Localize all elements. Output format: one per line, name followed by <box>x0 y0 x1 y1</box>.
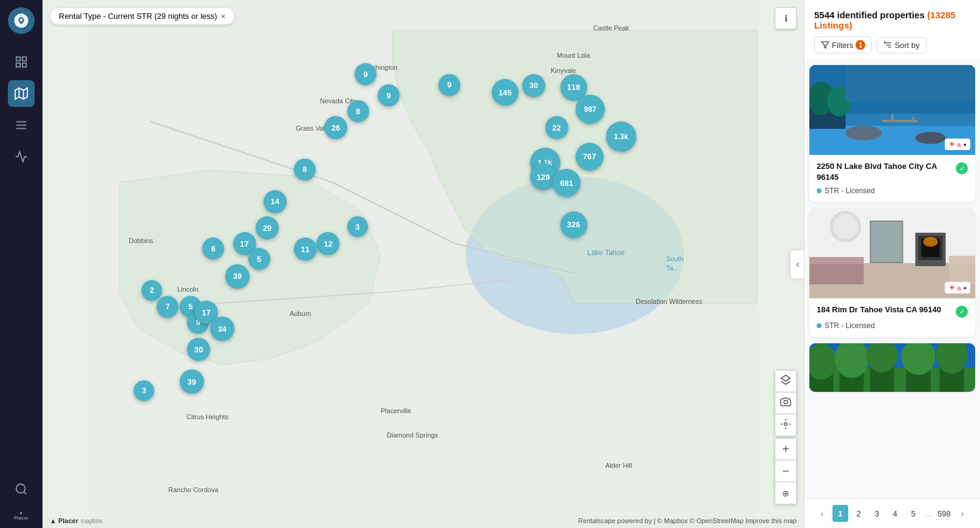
page-last-button[interactable]: 598 <box>936 505 952 522</box>
cluster-marker[interactable]: 8 <box>347 100 369 122</box>
cluster-marker[interactable]: 145 <box>492 79 519 106</box>
property-card-3[interactable] <box>809 343 975 392</box>
sidebar-item-map[interactable] <box>8 80 35 107</box>
sidebar-item-search[interactable] <box>8 476 35 502</box>
property-info-1: 2250 N Lake Blvd Tahoe City CA 96145 ✓ S… <box>809 155 975 202</box>
cluster-marker[interactable]: 2 <box>141 280 162 301</box>
camera-button[interactable] <box>775 392 797 414</box>
cluster-marker[interactable]: 22 <box>545 116 568 139</box>
property-image-3 <box>809 343 975 392</box>
cluster-marker[interactable]: 767 <box>576 143 604 171</box>
property-address-row-1: 2250 N Lake Blvd Tahoe City CA 96145 ✓ <box>817 161 968 183</box>
cluster-marker[interactable]: 681 <box>553 169 580 197</box>
airbnb-badge-1: ✦ a ● <box>945 139 970 150</box>
cluster-marker[interactable]: 30 <box>522 74 545 97</box>
cluster-marker[interactable]: 39 <box>225 264 250 289</box>
layers-icon <box>780 374 791 388</box>
zoom-in-button[interactable]: + <box>775 438 797 460</box>
page-4-button[interactable]: 4 <box>887 505 903 522</box>
map-info-button[interactable]: ℹ <box>775 7 797 29</box>
svg-text:Rancho Cordova: Rancho Cordova <box>168 486 219 493</box>
page-5-button[interactable]: 5 <box>905 505 921 522</box>
svg-point-65 <box>924 237 938 247</box>
page-1-button[interactable]: 1 <box>832 505 848 522</box>
cluster-marker[interactable]: 3 <box>347 216 368 237</box>
cluster-marker[interactable]: 1.3k <box>606 122 636 152</box>
cluster-marker[interactable]: 9 <box>378 84 400 106</box>
cluster-marker[interactable]: 14 <box>264 190 287 213</box>
svg-text:Diamond Springs: Diamond Springs <box>387 431 438 439</box>
chevron-left-icon: ‹ <box>796 259 799 270</box>
logo-button[interactable] <box>8 7 35 34</box>
svg-text:Mount Lola: Mount Lola <box>557 52 590 59</box>
svg-line-13 <box>24 492 26 494</box>
location-button[interactable] <box>775 414 797 436</box>
panel-title: 5544 identified properties (13285 Listin… <box>814 10 970 30</box>
cluster-marker[interactable]: 3 <box>134 380 154 401</box>
property-address-2: 184 Rim Dr Tahoe Vista CA 96140 <box>817 304 952 315</box>
chevron-right-icon: › <box>961 509 964 518</box>
filter-chip[interactable]: Rental Type - Current STR (29 nights or … <box>50 7 235 25</box>
cluster-marker[interactable]: 8 <box>294 159 316 180</box>
svg-rect-4 <box>16 63 20 67</box>
svg-rect-50 <box>891 114 894 122</box>
svg-text:Lincoln: Lincoln <box>177 286 199 293</box>
compass-button[interactable]: ⊕ <box>775 482 797 504</box>
svg-text:Ta...: Ta... <box>666 264 679 272</box>
cluster-marker[interactable]: 326 <box>560 211 587 238</box>
map-terrain: Nevada City Grass Valley Castle Peak Mou… <box>43 0 804 528</box>
property-address-1: 2250 N Lake Blvd Tahoe City CA 96145 <box>817 161 952 183</box>
placer-brand: ▲ Placer <box>14 510 29 521</box>
cluster-marker[interactable]: 9 <box>438 74 460 96</box>
property-card-2[interactable]: ✦ a ● 184 Rim Dr Tahoe Vista CA 96140 ✓ … <box>809 208 975 337</box>
svg-marker-37 <box>822 42 829 49</box>
cluster-marker[interactable]: 5 <box>248 248 270 270</box>
sidebar-item-list[interactable] <box>8 112 35 139</box>
svg-point-61 <box>834 214 858 239</box>
panel-collapse-button[interactable]: ‹ <box>790 250 804 279</box>
page-3-button[interactable]: 3 <box>869 505 885 522</box>
svg-text:Alder Hill: Alder Hill <box>605 462 632 469</box>
filter-icon <box>821 41 829 49</box>
search-icon <box>15 482 28 496</box>
page-next-button[interactable]: › <box>954 505 970 522</box>
panel-toolbar: Filters 1 Sort by <box>814 36 970 53</box>
svg-text:Lake Tahoe: Lake Tahoe <box>587 249 625 257</box>
cluster-marker[interactable]: 26 <box>324 116 347 139</box>
cluster-marker[interactable]: 39 <box>180 369 204 394</box>
page-2-button[interactable]: 2 <box>851 505 866 522</box>
property-card[interactable]: ✦ a ● 2250 N Lake Blvd Tahoe City CA 961… <box>809 65 975 202</box>
properties-list: ✦ a ● 2250 N Lake Blvd Tahoe City CA 961… <box>805 60 980 498</box>
layers-button[interactable] <box>775 370 797 392</box>
svg-rect-69 <box>949 256 976 264</box>
zoom-out-button[interactable]: − <box>775 460 797 482</box>
cluster-marker[interactable]: 11 <box>294 238 317 261</box>
chevron-left-icon: ‹ <box>821 509 823 518</box>
map-branding: ▲ Placer mapbox <box>50 517 103 524</box>
page-ellipsis: … <box>924 509 934 518</box>
svg-rect-59 <box>871 222 902 262</box>
sidebar-item-grid[interactable] <box>8 49 35 75</box>
filter-chip-close[interactable]: × <box>221 12 226 21</box>
property-status-1: STR - Licensed <box>817 187 968 195</box>
map-attribution: Rentalscape powered by | © Mapbox © Open… <box>578 517 797 524</box>
cluster-marker[interactable]: 34 <box>210 317 234 341</box>
chart-icon <box>15 150 28 163</box>
cluster-marker[interactable]: 7 <box>157 296 179 318</box>
filter-chip-label: Rental Type - Current STR (29 nights or … <box>59 12 217 21</box>
status-dot-1 <box>817 188 822 193</box>
svg-text:Dobbins: Dobbins <box>129 237 154 244</box>
svg-point-1 <box>20 19 23 22</box>
filter-bar: Rental Type - Current STR (29 nights or … <box>50 7 235 25</box>
filters-button[interactable]: Filters 1 <box>814 36 872 53</box>
svg-rect-67 <box>809 257 864 264</box>
property-address-row-2: 184 Rim Dr Tahoe Vista CA 96140 ✓ <box>817 304 968 318</box>
sort-button[interactable]: Sort by <box>877 37 926 53</box>
map-container[interactable]: Nevada City Grass Valley Castle Peak Mou… <box>43 0 804 528</box>
svg-text:Citrus Heights: Citrus Heights <box>186 413 229 420</box>
right-panel: 5544 identified properties (13285 Listin… <box>804 0 980 528</box>
sidebar-item-chart[interactable] <box>8 143 35 170</box>
svg-text:Auburn: Auburn <box>290 310 311 317</box>
cluster-marker[interactable]: 987 <box>576 95 605 124</box>
page-prev-button[interactable]: ‹ <box>814 505 830 522</box>
